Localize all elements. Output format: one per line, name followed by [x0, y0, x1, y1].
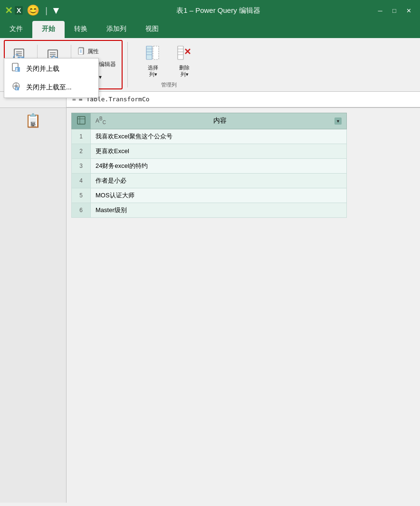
data-table-area: ABC 内容 ▾ 1 我喜欢Excel聚焦这个公众号 2 更喜欢Excel: [67, 108, 420, 503]
svg-rect-45: [15, 87, 19, 90]
tab-view[interactable]: 视图: [136, 21, 168, 38]
row-value-2: 更喜欢Excel: [91, 144, 347, 158]
properties-button[interactable]: 属性: [75, 46, 119, 58]
remove-columns-label: 删除列▾: [179, 64, 190, 78]
close-load-to-item-icon: [11, 81, 21, 93]
window-controls: ─ □ ✕: [373, 4, 415, 17]
close-load-item[interactable]: 关闭并上载: [4, 59, 98, 78]
sep3: [127, 42, 128, 88]
close-button[interactable]: ✕: [402, 4, 415, 17]
select-columns-label: 选择列▾: [148, 64, 158, 78]
formula-bar: = = Table.TransformCo: [67, 91, 420, 107]
row-value-3: 24财务excel的特约: [91, 158, 347, 173]
row-num-2: 2: [72, 144, 91, 158]
close-load-item-icon: [11, 63, 21, 75]
close-load-item-label: 关闭并上载: [26, 65, 59, 73]
table-row: 1 我喜欢Excel聚焦这个公众号: [72, 129, 347, 144]
manage-columns-label: 管理列: [161, 81, 177, 88]
ribbon-tabs: 文件 开始 转换 添加列 视图: [0, 21, 420, 38]
tab-home[interactable]: 开始: [32, 21, 65, 38]
table-icon-header[interactable]: [72, 113, 91, 129]
properties-label: 属性: [87, 48, 99, 56]
table-row: 6 Master级别: [72, 203, 347, 217]
close-load-dropdown: 关闭并上载 关闭并上载至...: [4, 58, 99, 98]
data-table: ABC 内容 ▾ 1 我喜欢Excel聚焦这个公众号 2 更喜欢Excel: [71, 113, 347, 218]
select-columns-button[interactable]: 选择列▾: [140, 42, 166, 80]
sidebar-query-icon: 📋: [25, 113, 41, 128]
col-dropdown-button[interactable]: ▾: [334, 117, 342, 125]
svg-rect-48: [77, 117, 85, 124]
down-arrow-icon[interactable]: ▾: [53, 4, 58, 17]
x-icon: ✕: [5, 5, 13, 16]
row-num-6: 6: [72, 203, 91, 217]
tab-transform[interactable]: 转换: [65, 21, 97, 38]
app-logo: ✕ X: [5, 5, 23, 16]
svg-rect-26: [146, 46, 152, 59]
select-columns-icon: [144, 44, 162, 63]
row-num-3: 3: [72, 158, 91, 173]
row-num-1: 1: [72, 129, 91, 144]
tab-addcol[interactable]: 添加列: [97, 21, 136, 38]
row-value-6: Master级别: [91, 203, 347, 217]
row-value-1: 我喜欢Excel聚焦这个公众号: [91, 129, 347, 144]
row-num-4: 4: [72, 173, 91, 188]
svg-rect-27: [153, 46, 159, 59]
table-row: 4 作者是小必: [72, 173, 347, 188]
content-col-header: ABC 内容 ▾: [91, 113, 347, 129]
close-load-to-item[interactable]: 关闭并上载至...: [4, 78, 98, 97]
col-type-badge: ABC: [95, 116, 106, 125]
remove-columns-button[interactable]: 删除列▾: [172, 42, 197, 80]
table-row: 3 24财务excel的特约: [72, 158, 347, 173]
col-name: 内容: [213, 117, 227, 125]
minimize-button[interactable]: ─: [373, 4, 387, 17]
title-bar: ✕ X 😊 | ▾ 表1 – Power Query 编辑器 ─ □ ✕: [0, 0, 420, 21]
main-area: 📋 查询 ABC: [0, 108, 420, 503]
row-value-5: MOS认证大师: [91, 188, 347, 203]
maximize-button[interactable]: □: [388, 4, 401, 17]
manage-col-buttons: 选择列▾ 删除列▾: [140, 42, 197, 80]
properties-icon: [78, 47, 86, 56]
quick-access-sep: |: [45, 6, 48, 16]
emoji-icon: 😊: [27, 4, 39, 17]
row-value-4: 作者是小必: [91, 173, 347, 188]
row-num-5: 5: [72, 188, 91, 203]
svg-rect-31: [178, 46, 183, 59]
excel-badge: X: [15, 6, 23, 15]
table-row: 2 更喜欢Excel: [72, 144, 347, 158]
left-sidebar: 📋 查询: [0, 108, 67, 503]
tab-file[interactable]: 文件: [0, 21, 32, 38]
col-header-row: ABC 内容 ▾: [95, 116, 342, 125]
close-load-to-item-label: 关闭并上载至...: [26, 83, 72, 92]
remove-columns-icon: [176, 44, 193, 63]
table-row: 5 MOS认证大师: [72, 188, 347, 203]
window-title: 表1 – Power Query 编辑器: [67, 6, 370, 15]
manage-columns-group: 选择列▾ 删除列▾ 管理列: [133, 40, 205, 89]
